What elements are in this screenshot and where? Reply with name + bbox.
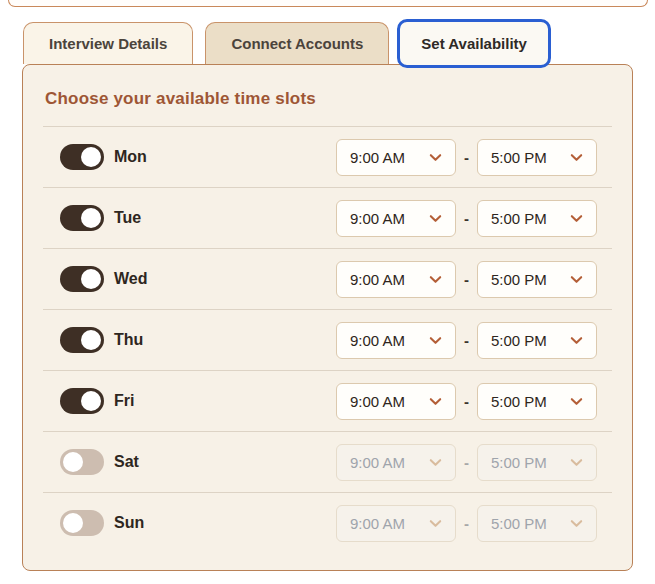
end-time-value: 5:00 PM — [491, 515, 547, 532]
chevron-down-icon — [428, 455, 443, 470]
start-time-value: 9:00 AM — [350, 393, 405, 410]
chevron-down-icon — [569, 394, 584, 409]
time-separator: - — [464, 393, 469, 410]
tab-interview-details[interactable]: Interview Details — [23, 22, 193, 64]
end-time-value: 5:00 PM — [491, 210, 547, 227]
time-range: 9:00 AM - 5:00 PM — [336, 383, 597, 420]
end-time-select[interactable]: 5:00 PM — [477, 139, 597, 176]
time-separator: - — [464, 332, 469, 349]
start-time-value: 9:00 AM — [350, 332, 405, 349]
day-row-sun: Sun 9:00 AM - 5:00 PM — [43, 492, 612, 553]
chevron-down-icon — [428, 150, 443, 165]
start-time-value: 9:00 AM — [350, 210, 405, 227]
day-row-sat: Sat 9:00 AM - 5:00 PM — [43, 431, 612, 492]
day-label: Mon — [114, 148, 147, 166]
day-label: Thu — [114, 331, 143, 349]
time-separator: - — [464, 515, 469, 532]
tab-set-availability[interactable]: Set Availability — [397, 19, 551, 68]
day-label: Sat — [114, 453, 139, 471]
toggle-knob — [81, 147, 101, 167]
toggle-knob — [81, 269, 101, 289]
toggle-knob — [63, 513, 83, 533]
tab-connect-accounts[interactable]: Connect Accounts — [205, 22, 389, 64]
day-label: Fri — [114, 392, 134, 410]
end-time-value: 5:00 PM — [491, 332, 547, 349]
time-separator: - — [464, 210, 469, 227]
start-time-select[interactable]: 9:00 AM — [336, 322, 456, 359]
chevron-down-icon — [428, 394, 443, 409]
availability-panel: Choose your available time slots Mon 9:0… — [22, 64, 633, 571]
end-time-value: 5:00 PM — [491, 149, 547, 166]
start-time-select[interactable]: 9:00 AM — [336, 261, 456, 298]
section-title: Choose your available time slots — [45, 89, 612, 109]
end-time-value: 5:00 PM — [491, 271, 547, 288]
start-time-value: 9:00 AM — [350, 515, 405, 532]
start-time-value: 9:00 AM — [350, 271, 405, 288]
chevron-down-icon — [569, 516, 584, 531]
time-range: 9:00 AM - 5:00 PM — [336, 200, 597, 237]
start-time-select[interactable]: 9:00 AM — [336, 139, 456, 176]
time-separator: - — [464, 149, 469, 166]
chevron-down-icon — [569, 272, 584, 287]
day-toggle[interactable] — [60, 388, 104, 414]
start-time-select[interactable]: 9:00 AM — [336, 505, 456, 542]
start-time-select[interactable]: 9:00 AM — [336, 200, 456, 237]
end-time-select[interactable]: 5:00 PM — [477, 322, 597, 359]
end-time-select[interactable]: 5:00 PM — [477, 200, 597, 237]
previous-section-bottom — [8, 0, 648, 7]
day-toggle[interactable] — [60, 144, 104, 170]
chevron-down-icon — [428, 272, 443, 287]
day-row-wed: Wed 9:00 AM - 5:00 PM — [43, 248, 612, 309]
day-toggle[interactable] — [60, 205, 104, 231]
time-range: 9:00 AM - 5:00 PM — [336, 261, 597, 298]
chevron-down-icon — [569, 333, 584, 348]
time-range: 9:00 AM - 5:00 PM — [336, 505, 597, 542]
end-time-select[interactable]: 5:00 PM — [477, 383, 597, 420]
day-label: Sun — [114, 514, 144, 532]
chevron-down-icon — [569, 211, 584, 226]
start-time-select[interactable]: 9:00 AM — [336, 444, 456, 481]
end-time-select[interactable]: 5:00 PM — [477, 261, 597, 298]
day-toggle[interactable] — [60, 327, 104, 353]
start-time-select[interactable]: 9:00 AM — [336, 383, 456, 420]
toggle-knob — [63, 452, 83, 472]
time-separator: - — [464, 454, 469, 471]
chevron-down-icon — [428, 516, 443, 531]
time-range: 9:00 AM - 5:00 PM — [336, 444, 597, 481]
day-toggle[interactable] — [60, 510, 104, 536]
toggle-knob — [81, 208, 101, 228]
end-time-select[interactable]: 5:00 PM — [477, 505, 597, 542]
day-toggle[interactable] — [60, 266, 104, 292]
day-row-fri: Fri 9:00 AM - 5:00 PM — [43, 370, 612, 431]
day-toggle[interactable] — [60, 449, 104, 475]
start-time-value: 9:00 AM — [350, 149, 405, 166]
time-range: 9:00 AM - 5:00 PM — [336, 139, 597, 176]
chevron-down-icon — [428, 333, 443, 348]
day-row-thu: Thu 9:00 AM - 5:00 PM — [43, 309, 612, 370]
start-time-value: 9:00 AM — [350, 454, 405, 471]
toggle-knob — [81, 391, 101, 411]
day-label: Tue — [114, 209, 141, 227]
chevron-down-icon — [569, 455, 584, 470]
tab-bar: Interview Details Connect Accounts Set A… — [0, 19, 655, 64]
chevron-down-icon — [569, 150, 584, 165]
time-separator: - — [464, 271, 469, 288]
time-range: 9:00 AM - 5:00 PM — [336, 322, 597, 359]
end-time-value: 5:00 PM — [491, 454, 547, 471]
end-time-value: 5:00 PM — [491, 393, 547, 410]
day-row-tue: Tue 9:00 AM - 5:00 PM — [43, 187, 612, 248]
day-label: Wed — [114, 270, 147, 288]
toggle-knob — [81, 330, 101, 350]
end-time-select[interactable]: 5:00 PM — [477, 444, 597, 481]
chevron-down-icon — [428, 211, 443, 226]
day-row-mon: Mon 9:00 AM - 5:00 PM — [43, 126, 612, 187]
